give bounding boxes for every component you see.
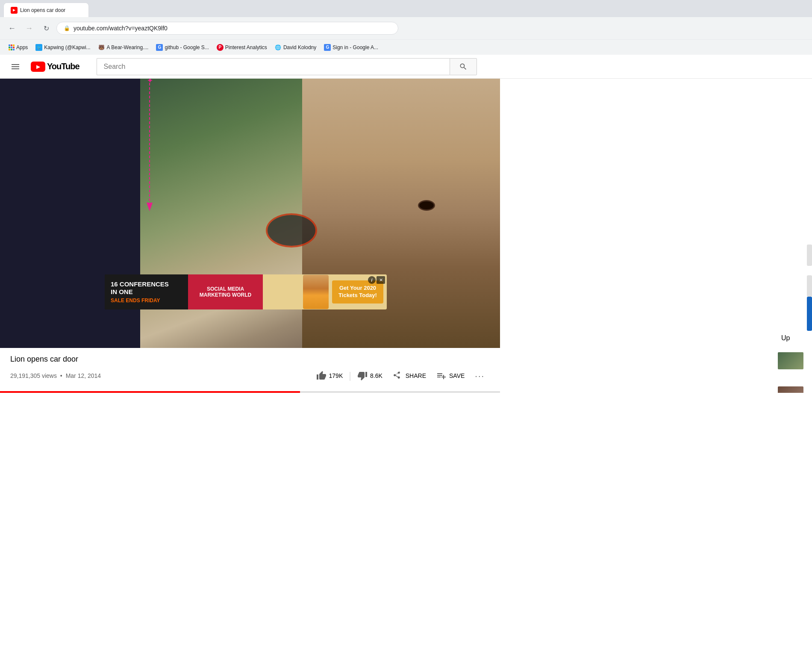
share-label: SHARE bbox=[406, 372, 426, 379]
bookmark-bear-label: A Bear-Wearing.... bbox=[107, 44, 149, 50]
tab-title: Lion opens car door bbox=[20, 7, 65, 13]
video-actions: 179K | 8.6K bbox=[311, 367, 490, 384]
video-meta-bar: 29,191,305 views • Mar 12, 2014 179K bbox=[10, 367, 490, 384]
youtube-page: ▶ YouTube bbox=[0, 55, 812, 393]
save-icon bbox=[436, 371, 447, 381]
scrollbar-track-1 bbox=[807, 245, 812, 266]
search-button[interactable] bbox=[450, 58, 477, 75]
browser-chrome: ▶ Lion opens car door ← → ↻ 🔒 youtube.co… bbox=[0, 0, 812, 55]
bookmark-apps-label: Apps bbox=[16, 44, 28, 50]
ad-close-button[interactable]: ✕ bbox=[377, 276, 385, 284]
right-sidebar: Up bbox=[778, 79, 812, 393]
ad-brand-section: SOCIAL MEDIA MARKETING WORLD bbox=[188, 274, 263, 309]
bookmark-pinterest-favicon: P bbox=[217, 44, 224, 51]
share-button[interactable]: SHARE bbox=[388, 367, 431, 384]
ad-in-one-text: IN ONE bbox=[111, 288, 182, 296]
youtube-logo-link[interactable]: ▶ YouTube bbox=[31, 62, 79, 72]
bookmark-kapwing-favicon: 🐦 bbox=[35, 44, 42, 51]
video-frame: 16 CONFERENCES IN ONE SALE ENDS FRIDAY S… bbox=[0, 79, 500, 348]
more-options-button[interactable]: ··· bbox=[470, 368, 490, 384]
view-count: 29,191,305 views bbox=[10, 372, 57, 379]
search-input[interactable] bbox=[97, 58, 450, 75]
video-progress-bar[interactable] bbox=[0, 391, 500, 393]
dot-separator: • bbox=[60, 372, 62, 379]
active-tab[interactable]: ▶ Lion opens car door bbox=[3, 3, 89, 17]
up-next-label: Up bbox=[778, 331, 793, 345]
apps-grid-icon bbox=[9, 44, 15, 50]
tab-bar: ▶ Lion opens car door bbox=[0, 0, 812, 17]
youtube-header: ▶ YouTube bbox=[0, 55, 812, 79]
youtube-logo-icon: ▶ bbox=[31, 62, 45, 72]
video-stats: 29,191,305 views • Mar 12, 2014 bbox=[10, 372, 101, 379]
bookmark-github-favicon: G bbox=[156, 44, 163, 51]
bookmark-bear-favicon: 🐻 bbox=[98, 44, 105, 51]
ad-brand-text: SOCIAL MEDIA MARKETING WORLD bbox=[191, 286, 259, 298]
video-info-section: Lion opens car door 29,191,305 views • M… bbox=[0, 348, 500, 391]
recommended-thumbnail-1[interactable] bbox=[778, 352, 803, 369]
hamburger-menu-button[interactable] bbox=[7, 58, 24, 75]
video-title: Lion opens car door bbox=[10, 355, 490, 364]
ad-info-icon-button[interactable]: i bbox=[368, 276, 376, 284]
close-icon: ✕ bbox=[379, 278, 383, 283]
reload-button[interactable]: ↻ bbox=[39, 21, 53, 35]
search-icon bbox=[459, 62, 468, 71]
bookmark-signin-favicon: G bbox=[324, 44, 331, 51]
bookmark-github[interactable]: G github - Google S... bbox=[153, 43, 212, 52]
bookmark-david[interactable]: 🌐 David Kolodny bbox=[271, 43, 320, 52]
bookmark-david-label: David Kolodny bbox=[283, 44, 316, 50]
upload-date: Mar 12, 2014 bbox=[66, 372, 101, 379]
main-content: ✦ bbox=[0, 79, 812, 393]
bookmark-david-favicon: 🌐 bbox=[275, 44, 282, 51]
thumbs-up-icon bbox=[316, 371, 327, 381]
url-text: youtube.com/watch?v=yeaztQK9lf0 bbox=[74, 25, 168, 32]
bookmark-github-label: github - Google S... bbox=[165, 44, 209, 50]
nav-bar: ← → ↻ 🔒 youtube.com/watch?v=yeaztQK9lf0 bbox=[0, 17, 812, 39]
bookmark-apps[interactable]: Apps bbox=[5, 43, 31, 52]
youtube-logo-text: YouTube bbox=[47, 62, 79, 71]
bookmark-pinterest[interactable]: P Pinterest Analytics bbox=[213, 43, 271, 52]
back-button[interactable]: ← bbox=[5, 21, 19, 35]
bookmark-bear[interactable]: 🐻 A Bear-Wearing.... bbox=[95, 43, 152, 52]
lock-icon: 🔒 bbox=[64, 25, 70, 31]
bookmark-kapwing-label: Kapwing (@Kapwi... bbox=[44, 44, 90, 50]
bookmark-signin-label: Sign in - Google A... bbox=[332, 44, 378, 50]
ad-left-section: 16 CONFERENCES IN ONE SALE ENDS FRIDAY bbox=[105, 274, 188, 309]
bookmark-kapwing[interactable]: 🐦 Kapwing (@Kapwi... bbox=[32, 43, 94, 52]
header-left: ▶ YouTube bbox=[7, 58, 79, 75]
like-count: 179K bbox=[329, 372, 343, 379]
recommended-thumbnail-2[interactable] bbox=[778, 386, 803, 393]
share-icon bbox=[393, 371, 403, 381]
thumbs-down-icon bbox=[357, 371, 368, 381]
forward-button[interactable]: → bbox=[22, 21, 36, 35]
ad-sale-text: SALE ENDS FRIDAY bbox=[111, 298, 182, 303]
video-ad-overlay[interactable]: 16 CONFERENCES IN ONE SALE ENDS FRIDAY S… bbox=[105, 274, 387, 309]
save-label: SAVE bbox=[449, 372, 465, 379]
video-section: ✦ bbox=[0, 79, 778, 393]
info-icon: i bbox=[371, 278, 373, 283]
progress-fill bbox=[0, 391, 300, 393]
like-divider: | bbox=[349, 370, 351, 381]
ad-cta-button[interactable]: Get Your 2020 Tickets Today! bbox=[332, 280, 383, 303]
video-player[interactable]: ✦ bbox=[0, 79, 500, 348]
bookmarks-bar: Apps 🐦 Kapwing (@Kapwi... 🐻 A Bear-Weari… bbox=[0, 39, 812, 55]
dislike-count: 8.6K bbox=[370, 372, 382, 379]
search-bar bbox=[97, 58, 477, 75]
address-bar[interactable]: 🔒 youtube.com/watch?v=yeaztQK9lf0 bbox=[56, 22, 398, 35]
hamburger-icon bbox=[10, 62, 21, 72]
save-button[interactable]: SAVE bbox=[431, 367, 470, 384]
scrollbar-thumb-blue[interactable] bbox=[807, 297, 812, 331]
bookmark-signin[interactable]: G Sign in - Google A... bbox=[321, 43, 382, 52]
dislike-button[interactable]: 8.6K bbox=[352, 367, 388, 384]
ad-person-silhouette bbox=[303, 275, 329, 309]
scrollbar-track-2 bbox=[807, 275, 812, 297]
ad-conferences-text: 16 CONFERENCES bbox=[111, 280, 182, 288]
like-button[interactable]: 179K bbox=[311, 367, 348, 384]
bookmark-pinterest-label: Pinterest Analytics bbox=[225, 44, 267, 50]
tab-favicon: ▶ bbox=[11, 7, 18, 14]
